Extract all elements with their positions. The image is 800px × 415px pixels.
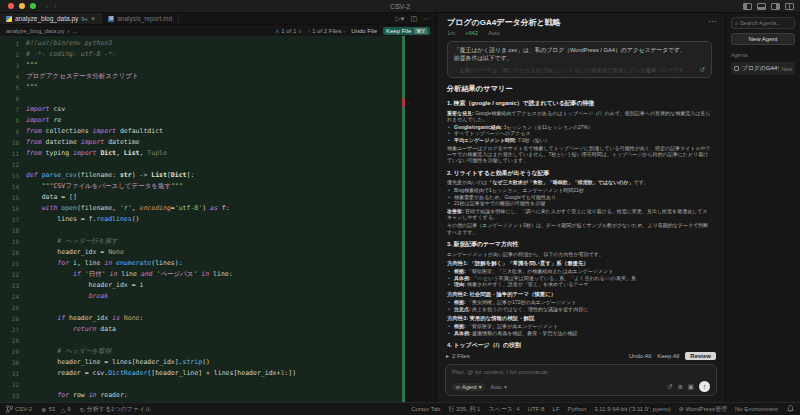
code-line: break bbox=[26, 291, 296, 302]
tab-label: analyze_blog_data.py bbox=[15, 15, 78, 22]
toggle-panel-icon[interactable] bbox=[757, 3, 766, 10]
next-file-icon[interactable]: › bbox=[343, 28, 345, 34]
customize-layout-icon[interactable] bbox=[785, 3, 794, 10]
line-number: 9 bbox=[0, 126, 19, 137]
close-tab-icon[interactable]: × bbox=[91, 15, 95, 22]
close-window-button[interactable] bbox=[8, 3, 14, 9]
breadcrumb-bar: analyze_blog_data.py › ... ∧ 1 of 1 ∨ ‹ … bbox=[0, 25, 436, 36]
line-number: 3 bbox=[0, 60, 19, 71]
history-icon[interactable]: ↺ bbox=[667, 383, 672, 391]
attach-context-icon[interactable]: ⊕ bbox=[677, 383, 682, 391]
chat-input-placeholder: Plan, @ for context, / for commands bbox=[452, 369, 710, 381]
status-item[interactable]: LF bbox=[553, 406, 560, 412]
sync-icon: ↻ bbox=[80, 406, 85, 413]
run-file-icon[interactable]: ▷▾ bbox=[395, 15, 404, 23]
chat-paragraph: 優先度が高いのは「なぜ三大欲求が「食欲」「睡眠欲」「排泄欲」ではないのか」です。 bbox=[447, 179, 712, 185]
code-line: lines = f.readlines() bbox=[26, 214, 296, 225]
chat-bullet: 21秒は記事途中での離脱の可能性を示唆 bbox=[447, 200, 712, 206]
code-lines: #!/usr/bin/env python3# -*- coding: utf-… bbox=[26, 38, 296, 402]
diff-scrollbar-strip[interactable] bbox=[402, 36, 405, 402]
status-item[interactable]: スペース: 4 bbox=[488, 405, 519, 414]
code-line bbox=[26, 302, 296, 313]
notifications-bell-icon[interactable] bbox=[787, 405, 794, 413]
next-change-icon[interactable]: ∨ bbox=[298, 28, 302, 34]
tab-label: analysis_report.md bbox=[117, 15, 172, 22]
line-number: 26 bbox=[0, 313, 19, 324]
code-line: header_idx = None bbox=[26, 247, 296, 258]
diff-files-stepper[interactable]: ‹ 1 of 2 Files › bbox=[308, 28, 345, 34]
status-item[interactable]: ⊘ WordPress管理 bbox=[679, 405, 727, 414]
status-item[interactable]: 3.11.9 64-bit ('3.11.9': pyenv) bbox=[594, 406, 670, 412]
toggle-secondary-sidebar-icon[interactable] bbox=[771, 3, 780, 10]
agent-mode-selector[interactable]: ∞ Agent ▾ bbox=[452, 383, 485, 391]
chat-elapsed-time: 1m bbox=[447, 30, 455, 36]
chat-bullet: 平均エンゲージメント時間: 7.0秒（短い） bbox=[447, 137, 712, 143]
code-line: from datetime import datetime bbox=[26, 137, 296, 148]
user-message-card[interactable]: 「魔王はかく語りき.csv」は、私のブログ（WordPress / GA4）のア… bbox=[447, 41, 712, 78]
chat-heading: 1. 検索（google / organic）で読まれている記事の特徴 bbox=[447, 99, 712, 108]
zoom-window-button[interactable] bbox=[30, 3, 36, 9]
chat-scroll-area[interactable]: 「魔王はかく語りき.csv」は、私のブログ（WordPress / GA4）のア… bbox=[437, 38, 725, 349]
undo-all-button[interactable]: Undo All bbox=[629, 353, 651, 359]
warnings-icon: △ bbox=[61, 406, 66, 413]
split-editor-icon[interactable]: ◫ bbox=[410, 15, 417, 23]
restore-checkpoint-icon[interactable]: ↺ bbox=[700, 66, 705, 74]
tab-analysis-report[interactable]: M analysis_report.md bbox=[102, 13, 179, 24]
forward-icon[interactable]: › bbox=[54, 3, 56, 10]
agent-list-item[interactable]: ブログのGA4データ... Now bbox=[731, 62, 795, 75]
new-agent-button[interactable]: New Agent bbox=[731, 33, 795, 45]
line-number: 22 bbox=[0, 269, 19, 280]
chat-input[interactable]: Plan, @ for context, / for commands ∞ Ag… bbox=[445, 364, 717, 396]
line-number: 34 bbox=[0, 401, 19, 402]
keep-file-button[interactable]: Keep File ⌘Y bbox=[383, 27, 430, 35]
chat-heading: 方向性2: 社会問題・論争的テーマ（慎重に） bbox=[447, 291, 712, 298]
git-branch-item[interactable]: CSV-2 bbox=[6, 405, 32, 413]
task-status-item[interactable]: ↻ 分析する1つのファイル bbox=[80, 405, 152, 414]
minimize-window-button[interactable] bbox=[19, 3, 25, 9]
status-item[interactable]: Cursor Tab bbox=[411, 406, 440, 412]
toggle-primary-sidebar-icon[interactable] bbox=[743, 3, 752, 10]
line-number: 18 bbox=[0, 225, 19, 236]
agent-item-title: ブログのGA4データ... bbox=[742, 64, 779, 73]
search-agents-input[interactable]: ⌕ Search Agents... bbox=[731, 17, 795, 29]
line-number: 20 bbox=[0, 247, 19, 258]
status-item[interactable]: Python bbox=[568, 406, 587, 412]
keep-all-button[interactable]: Keep All bbox=[657, 353, 679, 359]
editor-more-actions-icon[interactable]: ⋯ bbox=[423, 15, 430, 23]
user-message-line: 「魔王はかく語りき.csv」は、私のブログ（WordPress / GA4）のア… bbox=[454, 46, 705, 54]
code-line: import csv bbox=[26, 104, 296, 115]
code-line: # ヘッダー行を探す bbox=[26, 236, 296, 247]
line-number: 8 bbox=[0, 115, 19, 126]
prev-file-icon[interactable]: ‹ bbox=[308, 28, 310, 34]
status-item[interactable]: No Environment bbox=[735, 406, 778, 412]
code-line: header_line = lines[header_idx].strip() bbox=[26, 357, 296, 368]
send-button[interactable]: ↑ bbox=[699, 381, 710, 392]
review-button[interactable]: Review bbox=[685, 352, 716, 360]
prev-change-icon[interactable]: ∧ bbox=[275, 28, 279, 34]
code-editor[interactable]: 1234567891011121314151617181920212223242… bbox=[0, 36, 436, 402]
tab-analyze-blog-data[interactable]: analyze_blog_data.py 9+ × bbox=[0, 13, 102, 24]
line-number: 17 bbox=[0, 214, 19, 225]
breadcrumb[interactable]: analyze_blog_data.py › ... bbox=[6, 28, 77, 34]
diagnostics-item[interactable]: ⊗ 53 △ 9 bbox=[41, 406, 70, 413]
errors-icon: ⊗ bbox=[41, 406, 46, 413]
changed-files-toggle[interactable]: ▸ 2 Files bbox=[446, 352, 470, 359]
code-line: data = [] bbox=[26, 192, 296, 203]
search-icon: ⌕ bbox=[735, 20, 738, 27]
chat-heading: 分析結果のサマリー bbox=[447, 84, 712, 94]
image-icon[interactable]: ▣ bbox=[688, 383, 694, 391]
chat-header: ブログのGA4データ分析と戦略 1m · +642 · Auto ⋯ bbox=[437, 13, 725, 38]
chat-more-icon[interactable]: ⋯ bbox=[708, 17, 716, 26]
python-file-icon bbox=[6, 16, 12, 22]
line-number: 16 bbox=[0, 203, 19, 214]
back-icon[interactable]: ‹ bbox=[46, 3, 48, 10]
diff-match-stepper[interactable]: ∧ 1 of 1 ∨ bbox=[275, 28, 302, 34]
status-item[interactable]: UTF-8 bbox=[528, 406, 545, 412]
app-window: ‹ › CSV-2 analyze_blog_data.py 9+ × M bbox=[0, 0, 800, 415]
model-selector[interactable]: Auto ▾ bbox=[490, 384, 506, 390]
status-item[interactable]: 行 305, 列 1 bbox=[448, 405, 480, 414]
code-line bbox=[26, 159, 296, 170]
line-number: 10 bbox=[0, 137, 19, 148]
line-number: 33 bbox=[0, 390, 19, 401]
undo-file-button[interactable]: Undo File bbox=[351, 28, 377, 34]
